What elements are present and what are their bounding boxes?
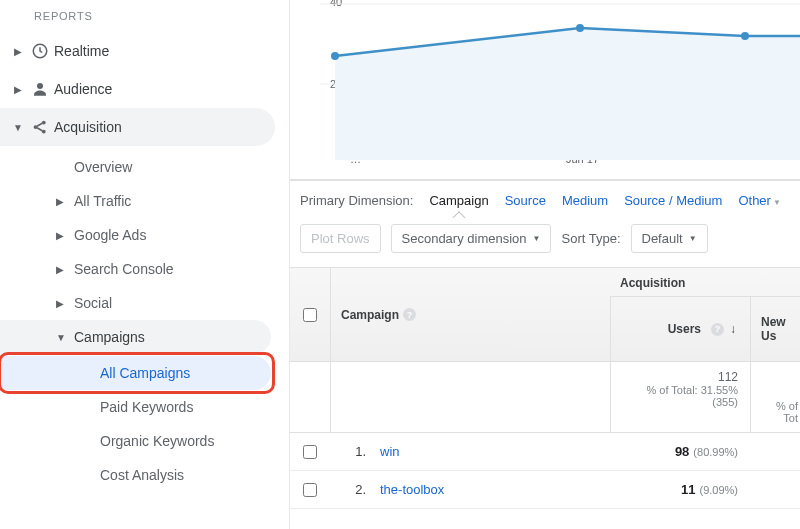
row-index: 1. [330,444,370,459]
subnav-label: Overview [74,159,132,175]
share-icon [26,118,54,136]
total-users: 112 [623,370,738,384]
svg-point-7 [331,52,339,60]
dimension-campaign[interactable]: Campaign [429,193,488,208]
chevron-right-icon: ▶ [56,264,74,275]
group-acquisition: Acquisition [620,276,685,290]
primary-dimension-row: Primary Dimension: Campaign Source Mediu… [290,180,800,210]
nav-label: Audience [54,81,112,97]
dimension-medium[interactable]: Medium [562,193,608,208]
total-newusers-sub: % of Tot [763,400,798,424]
dimension-source[interactable]: Source [505,193,546,208]
table-row: 1. win 98 (80.99%) 6 [290,433,800,471]
subsub-organic-keywords[interactable]: Organic Keywords [0,424,289,458]
nav-label: Realtime [54,43,109,59]
subsub-label: Paid Keywords [100,399,193,415]
help-icon[interactable]: ? [403,308,416,321]
select-all-checkbox[interactable] [303,308,317,322]
sort-type-dropdown[interactable]: Default ▼ [631,224,708,253]
subnav-label: Search Console [74,261,174,277]
subsub-label: All Campaigns [100,365,190,381]
svg-point-8 [576,24,584,32]
dimension-source-medium[interactable]: Source / Medium [624,193,722,208]
subsub-label: Cost Analysis [100,467,184,483]
subnav-label: Google Ads [74,227,146,243]
user-icon [26,80,54,98]
dimension-label: Primary Dimension: [300,193,413,208]
sort-type-label: Sort Type: [561,231,620,246]
table-header: Campaign ? Acquisition Users ? ↓ New Us [290,268,800,362]
subsub-cost-analysis[interactable]: Cost Analysis [0,458,289,492]
nav-acquisition[interactable]: ▼ Acquisition [0,108,275,146]
chart-svg [290,0,800,180]
subnav-overview[interactable]: Overview [0,150,289,184]
subsub-all-campaigns[interactable]: All Campaigns [0,356,271,390]
svg-point-9 [741,32,749,40]
subnav-all-traffic[interactable]: ▶ All Traffic [0,184,289,218]
new-users-cell: 6 [750,444,800,459]
total-users-sub: % of Total: 31.55% [623,384,738,396]
controls-row: Plot Rows Secondary dimension ▼ Sort Typ… [290,210,800,268]
subsub-paid-keywords[interactable]: Paid Keywords [0,390,289,424]
secondary-dimension-dropdown[interactable]: Secondary dimension ▼ [391,224,552,253]
acquisition-subnav: Overview ▶ All Traffic ▶ Google Ads ▶ Se… [0,146,289,498]
users-cell: 98 (80.99%) [610,444,750,459]
clock-icon [26,42,54,60]
total-users-sub2: (355) [623,396,738,408]
chevron-right-icon: ▶ [10,46,26,57]
chevron-down-icon: ▼ [533,234,541,243]
main-panel: 40 20 … Jun 17 Primary Dimension: Campai… [290,0,800,529]
row-checkbox[interactable] [303,483,317,497]
plot-rows-button[interactable]: Plot Rows [300,224,381,253]
nav-audience[interactable]: ▶ Audience [0,70,289,108]
chevron-right-icon: ▶ [10,84,26,95]
chevron-down-icon: ▼ [689,234,697,243]
chevron-right-icon: ▶ [56,196,74,207]
subnav-label: All Traffic [74,193,131,209]
campaign-link[interactable]: the-toolbox [370,482,610,497]
chevron-right-icon: ▶ [56,230,74,241]
subnav-google-ads[interactable]: ▶ Google Ads [0,218,289,252]
subnav-label: Social [74,295,112,311]
help-icon[interactable]: ? [711,323,724,336]
line-chart: 40 20 … Jun 17 [290,0,800,180]
subsub-label: Organic Keywords [100,433,214,449]
col-users[interactable]: Users ? ↓ [610,296,750,362]
campaigns-subnav: All Campaigns Paid Keywords Organic Keyw… [0,354,289,494]
sidebar-heading: REPORTS [0,6,289,32]
chevron-down-icon: ▼ [773,198,781,207]
header-checkbox-cell [290,268,330,362]
chevron-right-icon: ▶ [56,298,74,309]
subnav-search-console[interactable]: ▶ Search Console [0,252,289,286]
row-checkbox[interactable] [303,445,317,459]
subnav-campaigns[interactable]: ▼ Campaigns [0,320,271,354]
col-new-users[interactable]: New Us [750,296,800,362]
table-total-row: 112 % of Total: 31.55% (355) % of Tot [290,362,800,433]
nav-label: Acquisition [54,119,122,135]
row-index: 2. [330,482,370,497]
col-campaign[interactable]: Campaign ? [330,268,610,362]
table-row: 2. the-toolbox 11 (9.09%) [290,471,800,509]
sort-desc-icon: ↓ [730,322,736,336]
chevron-down-icon: ▼ [56,332,74,343]
campaign-link[interactable]: win [370,444,610,459]
svg-point-1 [37,83,43,89]
subnav-label: Campaigns [74,329,145,345]
chevron-down-icon: ▼ [10,122,26,133]
dimension-other[interactable]: Other▼ [738,193,780,208]
subnav-social[interactable]: ▶ Social [0,286,289,320]
nav-realtime[interactable]: ▶ Realtime [0,32,289,70]
users-cell: 11 (9.09%) [610,482,750,497]
reports-sidebar: REPORTS ▶ Realtime ▶ Audience ▼ Acquisit… [0,0,290,529]
